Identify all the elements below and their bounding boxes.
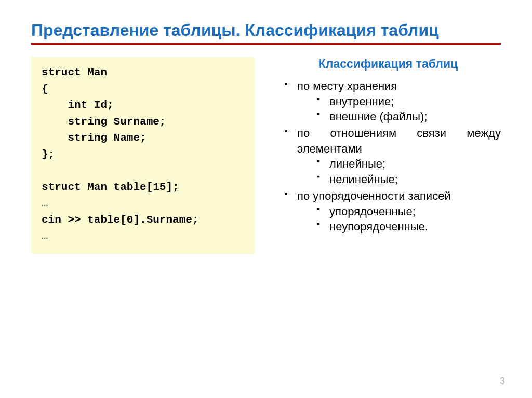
- list-item-label: по отношениям связи между элементами: [297, 127, 501, 155]
- code-line: cin >> table[0].Surname;: [42, 214, 198, 226]
- right-column: Классификация таблиц по месту хранения в…: [275, 57, 501, 236]
- list-item: линейные;: [317, 156, 501, 172]
- list-item-label: неупорядоченные.: [329, 220, 428, 233]
- classification-list: по месту хранения внутренние; внешние (ф…: [275, 78, 501, 235]
- list-item: по месту хранения внутренние; внешние (ф…: [285, 78, 501, 125]
- list-item-label: внешние (файлы);: [329, 110, 428, 123]
- classification-heading: Классификация таблиц: [275, 57, 501, 71]
- content-row: struct Man { int Id; string Surname; str…: [31, 57, 501, 254]
- code-line: string Surname;: [42, 116, 166, 128]
- list-item-label: линейные;: [329, 157, 385, 170]
- list-item: упорядоченные;: [317, 204, 501, 219]
- slide-title: Представление таблицы. Классификация таб…: [31, 21, 501, 45]
- sublist: внутренние; внешние (файлы);: [297, 94, 501, 125]
- list-item: по упорядоченности записей упорядоченные…: [285, 188, 501, 235]
- list-item: внешние (файлы);: [317, 109, 501, 125]
- sublist: линейные; нелинейные;: [297, 156, 501, 187]
- code-line: struct Man: [42, 66, 107, 78]
- code-line: struct Man table[15];: [42, 181, 179, 193]
- code-line: …: [42, 197, 48, 209]
- code-line: };: [42, 148, 55, 160]
- list-item-label: нелинейные;: [329, 173, 398, 186]
- code-line: {: [42, 83, 48, 95]
- code-line: …: [42, 230, 48, 242]
- code-block: struct Man { int Id; string Surname; str…: [31, 57, 255, 254]
- list-item: неупорядоченные.: [317, 219, 501, 235]
- code-line: string Name;: [42, 132, 147, 144]
- list-item: нелинейные;: [317, 172, 501, 187]
- list-item: внутренние;: [317, 94, 501, 109]
- list-item-label: внутренние;: [329, 95, 394, 108]
- list-item-label: упорядоченные;: [329, 205, 416, 218]
- list-item-label: по упорядоченности записей: [297, 189, 451, 202]
- list-item-label: по месту хранения: [297, 79, 397, 92]
- page-number: 3: [500, 376, 505, 387]
- list-item: по отношениям связи между элементами лин…: [285, 126, 501, 187]
- code-line: int Id;: [42, 99, 114, 111]
- sublist: упорядоченные; неупорядоченные.: [297, 204, 501, 235]
